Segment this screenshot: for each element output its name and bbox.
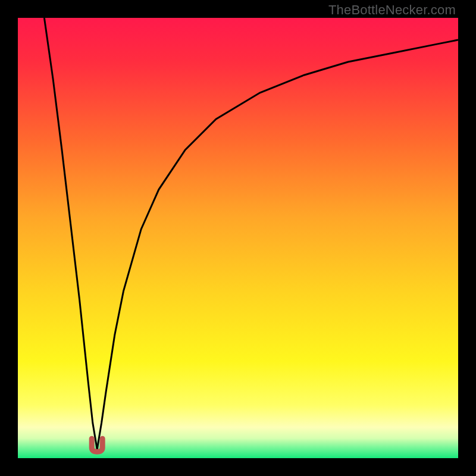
plot-area: [18, 18, 458, 458]
bottleneck-curve: [18, 18, 458, 458]
chart-frame: TheBottleNecker.com: [0, 0, 476, 476]
curve-right-branch: [97, 40, 458, 449]
curve-left-branch: [44, 18, 97, 449]
watermark-text: TheBottleNecker.com: [328, 2, 456, 18]
